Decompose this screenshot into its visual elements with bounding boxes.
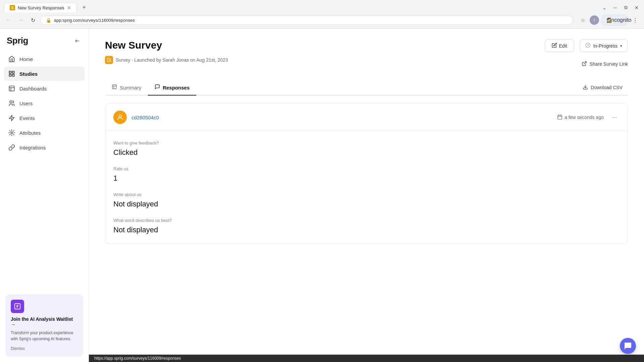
sidebar-item-label-events: Events [19,115,35,121]
survey-icon-badge [105,56,113,64]
browser-addressbar: ← → ↻ 🔒 app.sprig.com/surveys/116009/res… [0,12,644,28]
status-button[interactable]: In-Progress ▾ [580,40,628,52]
page-subtitle-text: Survey · Launched by Sarah Jonas on Aug … [116,57,228,63]
page-header-actions: Edit In-Progress ▾ [545,40,628,52]
download-csv-button[interactable]: Download CSV [577,82,628,94]
share-link-label: Share Survey Link [590,61,628,67]
more-options-icon[interactable]: ⋮ [631,15,640,25]
sidebar-item-events[interactable]: Events [4,111,85,125]
sidebar-item-integrations[interactable]: Integrations [4,140,85,155]
window-chevron-icon[interactable]: ⌄ [601,4,608,11]
sidebar-item-label-users: Users [19,101,33,106]
incognito-button[interactable]: 🕵 Incognito [601,14,629,26]
response-more-button[interactable]: ··· [609,113,620,122]
ai-promo-card: Join the AI Analysis Waitlist → Transfor… [5,294,83,357]
response-body: Want to give feedback? Clicked Rate us 1… [105,131,628,244]
tab-title: New Survey Responses [18,5,64,10]
incognito-label: Incognito [616,15,625,25]
edit-icon [552,43,557,49]
minimize-button[interactable]: ─ [612,4,619,11]
users-icon [8,100,15,107]
in-progress-icon [585,43,591,49]
svg-point-20 [119,115,121,117]
download-csv-icon [583,84,588,91]
url-text: app.sprig.com/surveys/116009/responses [54,18,135,23]
question-2-answer: 1 [113,174,620,183]
reload-button[interactable]: ↻ [28,15,38,25]
svg-rect-1 [12,71,14,73]
svg-rect-21 [558,115,562,119]
sidebar-item-label-studies: Studies [19,71,38,77]
page-subtitle: Survey · Launched by Sarah Jonas on Aug … [105,56,228,64]
tab-favicon: S [10,5,15,10]
studies-icon [8,70,15,77]
sidebar-item-label-integrations: Integrations [19,145,46,150]
status-bar: https://app.sprig.com/surveys/116009/res… [89,355,644,362]
edit-label: Edit [559,43,567,49]
sidebar-item-users[interactable]: Users [4,96,85,110]
sidebar-item-studies[interactable]: Studies [4,67,85,81]
forward-button[interactable]: → [16,15,25,25]
status-bar-url: https://app.sprig.com/surveys/116009/res… [94,356,181,361]
response-timestamp: a few seconds ago [557,114,604,121]
browser-tab[interactable]: S New Survey Responses ✕ [4,3,77,12]
back-button[interactable]: ← [4,15,13,25]
browser-actions: ☆ I 🕵 Incognito ⋮ [578,14,640,26]
chevron-down-icon: ▾ [620,44,622,48]
sprig-logo[interactable]: Sprig [7,36,28,46]
question-1-label: Want to give feedback? [113,140,620,145]
profile-icon[interactable]: I [590,15,599,25]
address-bar[interactable]: 🔒 app.sprig.com/surveys/116009/responses [40,16,573,25]
sidebar: Sprig ⇤ Home Studies [0,29,89,362]
question-2-label: Rate us [113,166,620,171]
question-4-answer: Not displayed [113,226,620,234]
sidebar-bottom: Join the AI Analysis Waitlist → Transfor… [0,289,89,362]
page-title: New Survey [105,40,162,51]
main-inner: New Survey Edit In-Progress ▾ [89,29,644,355]
status-label: In-Progress [593,43,618,49]
share-survey-link-button[interactable]: Share Survey Link [582,61,628,67]
dashboards-icon [8,85,15,92]
sidebar-item-dashboards[interactable]: Dashboards [4,81,85,96]
restore-button[interactable]: ⧉ [623,4,629,11]
bookmark-icon[interactable]: ☆ [578,15,588,25]
ai-promo-title[interactable]: Join the AI Analysis Waitlist → [11,316,78,327]
tab-responses[interactable]: Responses [148,80,196,96]
app-layout: Sprig ⇤ Home Studies [0,29,644,362]
user-id-link[interactable]: cd280504c0 [131,115,159,120]
svg-point-7 [10,101,12,103]
close-window-button[interactable]: ✕ [633,4,640,11]
tab-close-button[interactable]: ✕ [67,5,71,10]
question-2: Rate us 1 [113,166,620,183]
ai-dismiss-button[interactable]: Dismiss [11,346,25,351]
attributes-icon [8,129,15,136]
summary-tab-icon [112,84,117,91]
main-content: New Survey Edit In-Progress ▾ [89,29,644,362]
svg-rect-4 [9,86,14,91]
sidebar-item-home[interactable]: Home [4,52,85,66]
tab-summary-label: Summary [120,85,141,90]
tabs-bar: Summary Responses Download CSV [105,80,628,96]
question-4: What word describes us best? Not display… [113,218,620,234]
svg-marker-8 [9,115,14,121]
tab-summary[interactable]: Summary [105,80,148,96]
sidebar-collapse-button[interactable]: ⇤ [72,36,82,46]
chat-widget-button[interactable] [620,338,636,354]
sidebar-item-attributes[interactable]: Attributes [4,126,85,140]
sidebar-nav: Home Studies Dashboards Us [0,49,89,289]
svg-rect-16 [112,85,116,89]
timestamp-text: a few seconds ago [565,115,604,120]
share-link-icon [582,61,587,67]
responses-tab-icon [155,84,160,91]
svg-line-15 [584,62,586,64]
svg-rect-2 [12,74,14,76]
browser-titlebar: S New Survey Responses ✕ + ⌄ ─ ⧉ ✕ [0,0,644,12]
integrations-icon [8,144,15,151]
ai-promo-description: Transform your product experience with S… [11,330,78,342]
new-tab-button[interactable]: + [79,3,89,12]
question-3-label: Write about us [113,192,620,197]
lock-icon: 🔒 [46,18,51,23]
edit-button[interactable]: Edit [545,40,574,52]
tab-responses-label: Responses [163,85,190,90]
response-meta: a few seconds ago ··· [557,113,620,122]
